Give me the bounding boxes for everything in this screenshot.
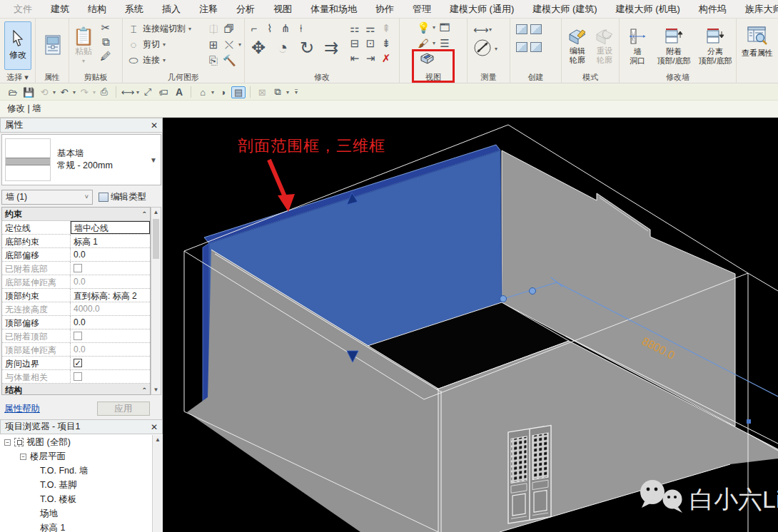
- dimension-grip[interactable]: [500, 296, 507, 302]
- tree-item-site[interactable]: 场地: [0, 506, 152, 521]
- checkbox-unchecked[interactable]: [74, 332, 82, 340]
- split-element-icon[interactable]: ⚏: [348, 23, 361, 34]
- property-row[interactable]: 定位线墙中心线: [2, 221, 150, 235]
- scroll-down-icon[interactable]: ▼: [151, 387, 161, 393]
- property-row[interactable]: 顶部延伸距离0.0: [2, 343, 150, 357]
- mirror-pick-icon[interactable]: ⋔: [279, 23, 292, 34]
- unpin-icon[interactable]: ⇟: [380, 38, 393, 49]
- wall-opening-button[interactable]: 墙洞口: [622, 21, 652, 71]
- customize-qat-icon[interactable]: ▾̅: [295, 89, 298, 96]
- wall-joins-icon[interactable]: ⎅: [207, 24, 220, 35]
- menu-tab-modeling-master-arch[interactable]: 建模大师 (建筑): [523, 3, 606, 16]
- thin-lines-icon[interactable]: ▤: [231, 86, 246, 98]
- text-icon[interactable]: A: [172, 86, 186, 98]
- create-group-icon[interactable]: [516, 42, 527, 52]
- delete-icon[interactable]: ✗: [380, 53, 393, 64]
- property-row[interactable]: 顶部约束直到标高: 标高 2: [2, 289, 150, 302]
- measure-icon[interactable]: ⟷: [121, 87, 135, 98]
- wall-selected-left-edge[interactable]: [203, 243, 209, 401]
- menu-tab-file[interactable]: 文件: [4, 3, 41, 16]
- array-icon[interactable]: ⚎: [364, 23, 377, 34]
- paint-icon[interactable]: ⎘: [207, 55, 220, 66]
- collapse-icon[interactable]: ⌃: [141, 210, 147, 218]
- sync-icon[interactable]: ⟲: [37, 87, 51, 98]
- selection-filter-combo[interactable]: 墙 (1) ˅: [1, 190, 93, 205]
- create-assembly-icon[interactable]: [530, 42, 542, 52]
- cut-geometry-menu-item[interactable]: ◌剪切▾: [127, 38, 191, 51]
- menu-tab-manage[interactable]: 管理: [403, 3, 440, 16]
- scale-icon[interactable]: ⊟: [348, 38, 361, 49]
- menu-tab-modeling-master-general[interactable]: 建模大师 (通用): [440, 3, 523, 16]
- menu-tab-view[interactable]: 视图: [264, 3, 301, 16]
- checkbox-unchecked[interactable]: [74, 264, 82, 272]
- edit-profile-button[interactable]: 编辑轮廓: [564, 21, 591, 71]
- menu-tab-analyze[interactable]: 分析: [227, 3, 264, 16]
- section-icon[interactable]: ◑: [216, 87, 230, 98]
- paste-button[interactable]: 📋 粘贴 ▾: [72, 21, 95, 70]
- property-row[interactable]: 已附着底部: [2, 262, 150, 275]
- linework-brush-icon[interactable]: 🖌: [417, 38, 430, 49]
- checkbox-unchecked[interactable]: [74, 372, 82, 381]
- split-face-icon[interactable]: ⊞: [207, 39, 220, 51]
- menu-tab-annotate[interactable]: 注释: [190, 3, 227, 16]
- save-icon[interactable]: 💾: [21, 87, 36, 98]
- open-file-icon[interactable]: 🗁: [6, 87, 20, 98]
- aligned-dimension-icon[interactable]: ⤢: [141, 86, 155, 98]
- cut-scissors-icon[interactable]: ✂: [99, 22, 112, 34]
- rotate-icon[interactable]: ↻: [296, 39, 318, 57]
- tree-item-to-fnd-wall[interactable]: T.O. Fnd. 墙: [0, 464, 152, 478]
- move-icon[interactable]: ✥: [248, 39, 269, 57]
- lightbulb-icon[interactable]: 💡: [417, 22, 430, 34]
- close-icon[interactable]: ✕: [151, 422, 158, 432]
- sync-dropdown-icon[interactable]: ▾: [53, 89, 56, 96]
- menu-tab-systems[interactable]: 系统: [116, 3, 153, 16]
- pin-icon[interactable]: ⇞: [380, 23, 393, 34]
- group-label-properties[interactable]: 属性: [36, 72, 69, 83]
- dimension-grip[interactable]: [747, 419, 751, 424]
- close-hidden-windows-icon[interactable]: ⊠: [255, 87, 269, 98]
- 3d-view-dropdown-icon[interactable]: ▾: [211, 89, 214, 96]
- join-geometry-menu-item[interactable]: ⬭连接▾: [127, 53, 191, 67]
- view-properties-button[interactable]: 查看属性: [739, 20, 776, 64]
- measure-dropdown-icon[interactable]: ▾: [136, 89, 139, 96]
- property-row[interactable]: 底部延伸距离0.0: [2, 275, 150, 289]
- checkbox-checked[interactable]: [74, 359, 82, 367]
- cope-menu-item[interactable]: ⌶连接端切割▾: [127, 22, 191, 36]
- door[interactable]: [508, 425, 551, 523]
- close-icon[interactable]: ✕: [151, 121, 158, 131]
- hide-lines-icon[interactable]: ☰: [438, 38, 451, 49]
- menu-tab-massing-site[interactable]: 体量和场地: [301, 3, 366, 16]
- undo-icon[interactable]: ↶: [57, 87, 71, 98]
- redo-icon[interactable]: ↷: [77, 87, 91, 98]
- section-header-constraints[interactable]: 约束 ⌃: [2, 208, 150, 221]
- copy-move-icon[interactable]: ◔: [272, 39, 293, 57]
- collapse-minus-icon[interactable]: −: [4, 439, 11, 446]
- collapse-icon[interactable]: ⌃: [141, 387, 147, 394]
- properties-scrollbar[interactable]: ▲ ▼: [151, 207, 161, 395]
- properties-help-link[interactable]: 属性帮助: [4, 403, 40, 415]
- align-icon[interactable]: ⌐: [248, 23, 261, 34]
- project-browser-scrollbar[interactable]: ▲: [152, 435, 163, 532]
- undo-dropdown-icon[interactable]: ▾: [73, 89, 76, 96]
- menu-tab-structure[interactable]: 结构: [79, 3, 116, 16]
- match-type-brush-icon[interactable]: 🖉: [99, 51, 112, 62]
- tree-item-level-1[interactable]: 标高 1: [0, 521, 152, 532]
- menu-tab-architecture[interactable]: 建筑: [41, 3, 79, 16]
- attach-top-base-button[interactable]: 附着顶部/底部: [654, 21, 694, 71]
- copy-icon[interactable]: ⧉: [99, 36, 112, 48]
- tag-by-category-icon[interactable]: 🏷: [156, 87, 171, 98]
- scroll-up-icon[interactable]: ▲: [153, 435, 163, 443]
- edit-type-button[interactable]: 编辑类型: [96, 189, 149, 205]
- property-row[interactable]: 与体量相关: [2, 370, 150, 384]
- menu-tab-modeling-master-mep[interactable]: 建模大师 (机电): [607, 3, 689, 16]
- tree-item-floor-plans[interactable]: − 楼层平面: [0, 449, 152, 464]
- mirror-axis-icon[interactable]: ⍿: [295, 23, 308, 34]
- unjoin-icon[interactable]: ⤬: [223, 39, 236, 51]
- default-3d-view-icon[interactable]: ⌂: [196, 87, 210, 98]
- type-selector[interactable]: 基本墙 常规 - 200mm ▼: [1, 134, 161, 185]
- scroll-up-icon[interactable]: ▲: [151, 208, 161, 215]
- switch-windows-icon[interactable]: ⧉: [271, 86, 285, 98]
- legend-component-icon[interactable]: [516, 24, 527, 34]
- group-icon[interactable]: ⊡: [364, 38, 377, 49]
- tree-item-to-footing[interactable]: T.O. 基脚: [0, 478, 152, 492]
